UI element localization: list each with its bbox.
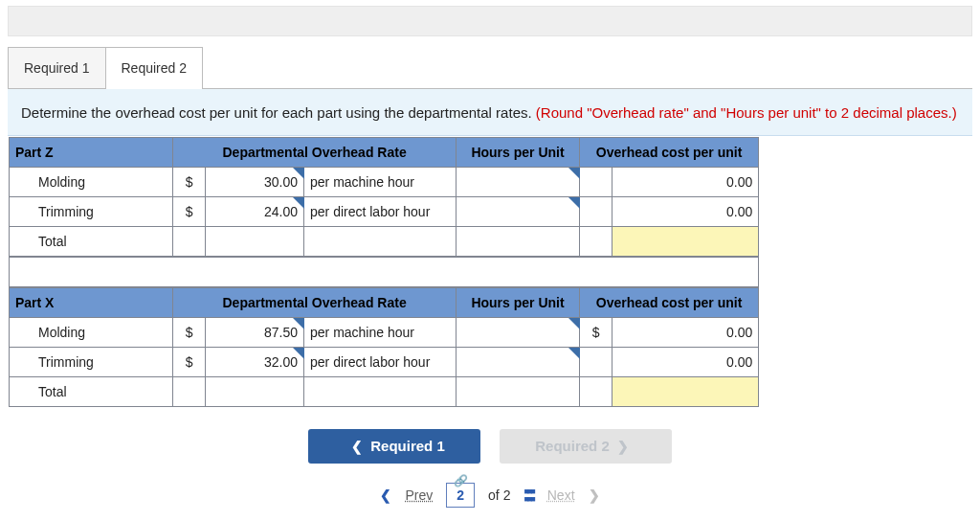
rate-unit: per direct labor hour	[304, 347, 457, 376]
tab-required-2[interactable]: Required 2	[105, 47, 204, 88]
currency-symbol: $	[579, 317, 612, 347]
currency-symbol: $	[173, 347, 206, 376]
link-icon: 🔗	[454, 474, 468, 487]
part-x-title: Part X	[10, 287, 173, 317]
next-requirement-label: Required 2	[535, 438, 610, 454]
cost-output: 0.00	[612, 196, 759, 226]
row-label: Molding	[10, 167, 173, 196]
col-header-hpu: Hours per Unit	[457, 137, 580, 167]
part-x-table: Part X Departmental Overhead Rate Hours …	[9, 287, 759, 407]
rate-input[interactable]: 30.00	[206, 167, 304, 196]
rate-input[interactable]: 24.00	[206, 196, 304, 226]
total-cost-output	[612, 376, 759, 406]
chevron-left-icon: ❮	[380, 487, 391, 503]
requirement-tabs: Required 1 Required 2	[8, 48, 972, 89]
chevron-right-icon: ❯	[610, 439, 636, 454]
pager-prev-link[interactable]: Prev	[405, 487, 433, 503]
hours-input[interactable]	[457, 196, 580, 226]
table-row: Total	[10, 376, 759, 406]
cost-output: 0.00	[612, 347, 759, 376]
table-row: Trimming $ 32.00 per direct labor hour 0…	[10, 347, 759, 376]
chevron-right-icon: ❯	[589, 487, 600, 503]
hours-input[interactable]	[457, 167, 580, 196]
pager-current: 🔗 2	[446, 483, 475, 508]
table-row: Molding $ 30.00 per machine hour 0.00	[10, 167, 759, 196]
header-bar	[8, 6, 972, 36]
hours-input[interactable]	[457, 317, 580, 347]
rate-input[interactable]: 32.00	[206, 347, 304, 376]
pager-next-link: Next	[547, 487, 575, 503]
total-cost-output	[612, 226, 759, 256]
row-label: Trimming	[10, 347, 173, 376]
col-header-cost: Overhead cost per unit	[579, 287, 758, 317]
col-header-hpu: Hours per Unit	[457, 287, 580, 317]
next-requirement-button: Required 2 ❯	[500, 429, 672, 464]
table-row: Total	[10, 226, 759, 256]
rate-unit: per machine hour	[304, 167, 457, 196]
col-header-rate: Departmental Overhead Rate	[173, 137, 457, 167]
prev-requirement-button[interactable]: ❮ Required 1	[308, 429, 480, 464]
row-label: Trimming	[10, 196, 173, 226]
instruction-panel: Determine the overhead cost per unit for…	[8, 89, 972, 136]
currency-symbol: $	[173, 167, 206, 196]
row-label: Total	[10, 226, 173, 256]
table-row: Molding $ 87.50 per machine hour $ 0.00	[10, 317, 759, 347]
hours-input[interactable]	[457, 347, 580, 376]
cost-output: 0.00	[612, 317, 759, 347]
currency-symbol: $	[173, 196, 206, 226]
row-label: Molding	[10, 317, 173, 347]
grid-icon[interactable]: ■■■■■■	[523, 487, 533, 503]
instruction-note: (Round "Overhead rate" and "Hours per un…	[536, 104, 957, 121]
tab-required-1[interactable]: Required 1	[8, 47, 106, 88]
rate-unit: per machine hour	[304, 317, 457, 347]
part-z-table: Part Z Departmental Overhead Rate Hours …	[9, 137, 759, 257]
col-header-rate: Departmental Overhead Rate	[173, 287, 457, 317]
instruction-text: Determine the overhead cost per unit for…	[21, 104, 536, 121]
table-row: Trimming $ 24.00 per direct labor hour 0…	[10, 196, 759, 226]
rate-input[interactable]: 87.50	[206, 317, 304, 347]
row-label: Total	[10, 376, 173, 406]
question-pager: ❮ Prev 🔗 2 of 2 ■■■■■■ Next ❯	[8, 483, 972, 508]
currency-symbol: $	[173, 317, 206, 347]
col-header-cost: Overhead cost per unit	[579, 137, 758, 167]
rate-unit: per direct labor hour	[304, 196, 457, 226]
chevron-left-icon: ❮	[344, 439, 370, 454]
cost-output: 0.00	[612, 167, 759, 196]
part-z-title: Part Z	[10, 137, 173, 167]
prev-requirement-label: Required 1	[370, 438, 445, 454]
pager-of-text: of 2	[488, 487, 510, 503]
